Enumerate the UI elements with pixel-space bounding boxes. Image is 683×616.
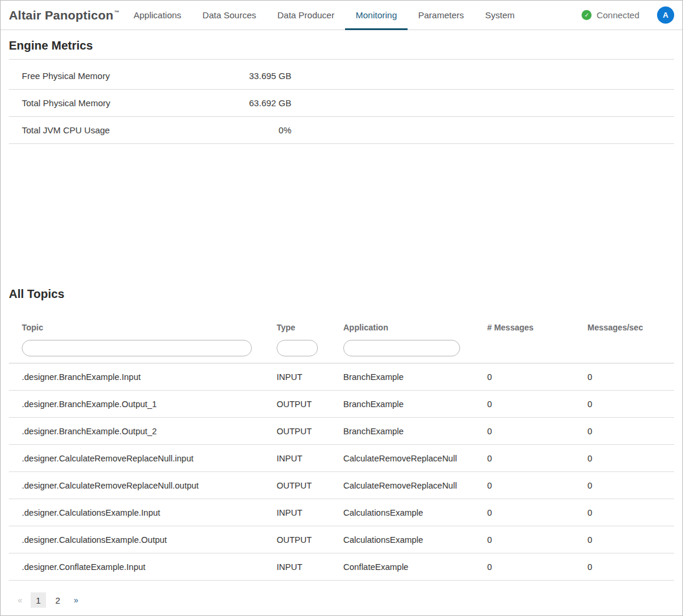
messages-cell: 0 — [487, 454, 587, 463]
topic-cell: .designer.ConflateExample.Input — [22, 562, 277, 572]
column-header-application: Application — [343, 323, 487, 332]
topics-table-body: .designer.BranchExample.Input INPUT Bran… — [9, 363, 674, 581]
topics-table-header: Topic Type Application # Messages Messag… — [9, 323, 674, 332]
nav-tab[interactable]: Parameters — [408, 1, 475, 30]
type-cell: OUTPUT — [277, 427, 343, 436]
all-topics-title: All Topics — [9, 286, 674, 302]
topic-cell: .designer.BranchExample.Output_1 — [22, 399, 277, 409]
application-cell: CalculationsExample — [343, 508, 487, 517]
connection-status-badge: ✓ Connected — [582, 10, 639, 20]
table-row: .designer.CalculationsExample.Input INPU… — [9, 499, 674, 526]
nav-tab[interactable]: System — [475, 1, 526, 30]
metric-value: 0% — [169, 125, 291, 135]
type-filter-input[interactable] — [277, 340, 318, 356]
topic-cell: .designer.CalculateRemoveReplaceNull.inp… — [22, 454, 277, 463]
table-row: .designer.ConflateExample.Input INPUT Co… — [9, 553, 674, 581]
table-row: .designer.CalculateRemoveReplaceNull.inp… — [9, 445, 674, 472]
nav-tabs: ApplicationsData SourcesData ProducerMon… — [123, 1, 525, 30]
table-row: .designer.CalculationsExample.Output OUT… — [9, 526, 674, 553]
messages-cell: 0 — [487, 372, 587, 382]
messages-per-sec-cell: 0 — [587, 372, 674, 382]
topic-cell: .designer.CalculateRemoveReplaceNull.out… — [22, 481, 277, 490]
metric-row: Total JVM CPU Usage 0% — [9, 117, 674, 144]
metric-value: 33.695 GB — [169, 71, 291, 81]
type-cell: OUTPUT — [277, 399, 343, 409]
messages-per-sec-cell: 0 — [587, 427, 674, 436]
messages-per-sec-cell: 0 — [587, 562, 674, 572]
messages-per-sec-cell: 0 — [587, 535, 674, 545]
topic-cell: .designer.BranchExample.Input — [22, 372, 277, 382]
metric-row: Free Physical Memory 33.695 GB — [9, 63, 674, 90]
messages-cell: 0 — [487, 481, 587, 490]
nav-tab[interactable]: Monitoring — [345, 1, 408, 30]
metric-value: 63.692 GB — [169, 98, 291, 108]
previous-page-button[interactable]: « — [14, 592, 27, 608]
messages-cell: 0 — [487, 508, 587, 517]
application-cell: BranchExample — [343, 399, 487, 409]
metric-label: Free Physical Memory — [22, 71, 169, 81]
topic-cell: .designer.CalculationsExample.Output — [22, 535, 277, 545]
column-header-type: Type — [277, 323, 343, 332]
messages-cell: 0 — [487, 399, 587, 409]
nav-tab[interactable]: Applications — [123, 1, 192, 30]
column-header-messages: # Messages — [487, 323, 587, 332]
engine-metrics-title: Engine Metrics — [9, 38, 674, 53]
type-cell: INPUT — [277, 562, 343, 572]
nav-right: ✓ Connected A — [582, 6, 674, 24]
topic-cell: .designer.CalculationsExample.Input — [22, 508, 277, 517]
spacer — [9, 144, 674, 278]
messages-per-sec-cell: 0 — [587, 399, 674, 409]
top-navbar: Altair Panopticon™ ApplicationsData Sour… — [1, 1, 682, 30]
type-cell: INPUT — [277, 372, 343, 382]
pagination: « 12 » — [14, 592, 674, 608]
type-cell: INPUT — [277, 508, 343, 517]
trademark-symbol: ™ — [114, 9, 119, 15]
application-filter-input[interactable] — [343, 340, 460, 356]
messages-cell: 0 — [487, 535, 587, 545]
topic-filter-input[interactable] — [22, 340, 252, 356]
column-header-topic: Topic — [22, 323, 277, 332]
page-number-button[interactable]: 1 — [31, 592, 46, 608]
nav-tab[interactable]: Data Sources — [192, 1, 267, 30]
messages-cell: 0 — [487, 427, 587, 436]
type-cell: OUTPUT — [277, 481, 343, 490]
table-row: .designer.BranchExample.Output_2 OUTPUT … — [9, 418, 674, 445]
column-header-messages-per-sec: Messages/sec — [587, 323, 674, 332]
connection-status-label: Connected — [596, 10, 639, 20]
logo-text: Altair Panopticon — [9, 8, 113, 22]
divider — [9, 59, 674, 60]
application-cell: ConflateExample — [343, 562, 487, 572]
table-row: .designer.CalculateRemoveReplaceNull.out… — [9, 472, 674, 499]
table-row: .designer.BranchExample.Input INPUT Bran… — [9, 363, 674, 391]
application-cell: BranchExample — [343, 372, 487, 382]
nav-tab[interactable]: Data Producer — [267, 1, 345, 30]
messages-per-sec-cell: 0 — [587, 454, 674, 463]
messages-per-sec-cell: 0 — [587, 481, 674, 490]
application-cell: CalculateRemoveReplaceNull — [343, 454, 487, 463]
type-cell: INPUT — [277, 454, 343, 463]
main-content: Engine Metrics Free Physical Memory 33.6… — [1, 38, 682, 608]
next-page-button[interactable]: » — [70, 592, 83, 608]
check-circle-icon: ✓ — [582, 10, 592, 20]
application-cell: BranchExample — [343, 427, 487, 436]
metric-row: Total Physical Memory 63.692 GB — [9, 90, 674, 117]
metric-label: Total Physical Memory — [22, 98, 169, 108]
avatar[interactable]: A — [657, 6, 674, 24]
topics-filter-row — [9, 340, 674, 356]
altair-panopticon-logo[interactable]: Altair Panopticon™ — [9, 8, 119, 22]
app-window: Altair Panopticon™ ApplicationsData Sour… — [0, 0, 683, 616]
messages-per-sec-cell: 0 — [587, 508, 674, 517]
application-cell: CalculationsExample — [343, 535, 487, 545]
messages-cell: 0 — [487, 562, 587, 572]
page-buttons: 12 — [31, 592, 65, 608]
table-row: .designer.BranchExample.Output_1 OUTPUT … — [9, 391, 674, 418]
application-cell: CalculateRemoveReplaceNull — [343, 481, 487, 490]
topic-cell: .designer.BranchExample.Output_2 — [22, 427, 277, 436]
engine-metrics-table: Free Physical Memory 33.695 GB Total Phy… — [9, 63, 674, 144]
type-cell: OUTPUT — [277, 535, 343, 545]
page-number-button[interactable]: 2 — [50, 592, 65, 608]
metric-label: Total JVM CPU Usage — [22, 125, 169, 135]
